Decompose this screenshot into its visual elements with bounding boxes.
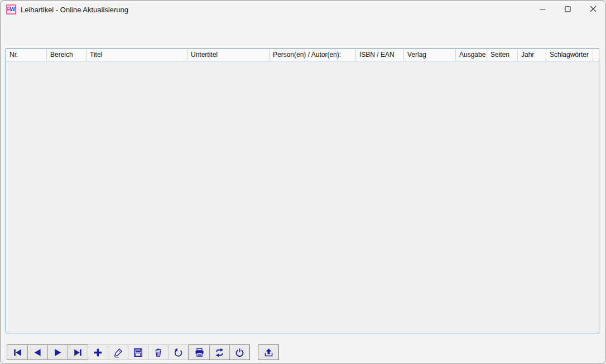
delete-record-button[interactable] <box>148 344 169 360</box>
upload-icon <box>263 347 274 358</box>
transfer-button[interactable] <box>209 345 229 360</box>
first-record-button[interactable] <box>7 345 27 360</box>
last-record-button[interactable] <box>68 345 88 360</box>
records-table: Nr.BereichTitelUntertitelPerson(en) / Au… <box>6 48 599 333</box>
printer-icon <box>194 347 205 358</box>
app-logo-icon: RW <box>6 4 16 14</box>
window-controls <box>530 1 605 18</box>
pencil-icon <box>113 347 123 358</box>
column-header[interactable]: Titel <box>86 49 187 61</box>
column-header-filler <box>593 49 599 61</box>
trash-icon <box>153 347 163 358</box>
close-button[interactable] <box>580 1 605 18</box>
column-header[interactable]: Untertitel <box>187 49 270 61</box>
column-header[interactable]: Ausgabe <box>456 49 487 61</box>
minimize-button[interactable] <box>530 1 555 18</box>
window-title: Leihartikel - Online Aktualisierung <box>21 6 128 14</box>
column-header[interactable]: ISBN / EAN <box>356 49 404 61</box>
toolbar <box>7 344 279 360</box>
rotate-ccw-icon <box>173 347 184 358</box>
undo-button[interactable] <box>168 344 189 360</box>
power-icon <box>234 347 245 358</box>
column-header[interactable]: Jahr <box>518 49 546 61</box>
title-bar: RW Leihartikel - Online Aktualisierung <box>1 1 605 18</box>
previous-record-button[interactable] <box>27 345 47 360</box>
floppy-disk-icon <box>133 347 143 358</box>
sync-arrows-icon <box>214 347 225 358</box>
column-header[interactable]: Verlag <box>404 49 456 61</box>
print-button[interactable] <box>189 345 209 360</box>
column-header[interactable]: Nr. <box>6 49 47 61</box>
upload-button[interactable] <box>258 345 278 360</box>
save-record-button[interactable] <box>128 344 148 360</box>
maximize-icon <box>565 4 571 14</box>
minimize-icon <box>540 4 546 14</box>
toolbar-group <box>258 344 279 360</box>
table-body[interactable] <box>6 61 599 333</box>
last-record-icon <box>73 347 83 358</box>
app-logo-letter-w: W <box>10 7 15 12</box>
table-header-row: Nr.BereichTitelUntertitelPerson(en) / Au… <box>6 49 599 61</box>
power-button[interactable] <box>229 345 249 360</box>
column-header[interactable]: Person(en) / Autor(en): <box>270 49 356 61</box>
desktop: { "window": { "title": "Leihartikel - On… <box>0 0 606 364</box>
close-icon <box>590 4 597 14</box>
app-window: RW Leihartikel - Online Aktualisierung N… <box>0 0 606 364</box>
edit-record-button[interactable] <box>108 344 128 360</box>
toolbar-group <box>7 344 88 360</box>
toolbar-group <box>189 344 250 360</box>
first-record-icon <box>12 347 23 358</box>
previous-icon <box>32 347 43 358</box>
column-header[interactable]: Seiten <box>487 49 518 61</box>
column-header[interactable]: Schlagwörter <box>546 49 593 61</box>
next-icon <box>52 347 63 358</box>
column-header[interactable]: Bereich <box>47 49 86 61</box>
plus-icon <box>93 347 103 358</box>
maximize-button[interactable] <box>555 1 580 18</box>
next-record-button[interactable] <box>47 345 68 360</box>
add-record-button[interactable] <box>88 344 108 360</box>
toolbar-group <box>88 344 189 360</box>
